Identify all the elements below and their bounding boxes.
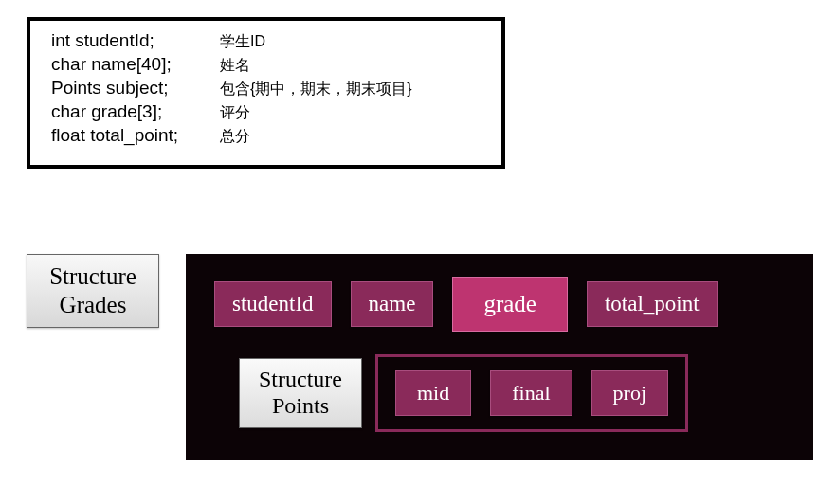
diagram-area: Structure Grades studentId name grade to… [27, 254, 813, 460]
code-row: char name[40]; 姓名 [51, 54, 481, 76]
label-line: Structure [244, 367, 357, 393]
decl-text: Points subject; [51, 78, 220, 99]
code-row: Points subject; 包含{期中，期末，期末项目} [51, 78, 481, 99]
decl-text: char name[40]; [51, 54, 220, 75]
note-text: 姓名 [220, 56, 250, 76]
note-text: 评分 [220, 103, 250, 123]
code-row: float total_point; 总分 [51, 125, 481, 147]
code-row: char grade[3]; 评分 [51, 101, 481, 123]
decl-text: int studentId; [51, 30, 220, 51]
code-row: int studentId; 学生ID [51, 30, 481, 52]
field-name: name [351, 281, 434, 327]
field-grade: grade [452, 277, 568, 332]
points-substructure: Structure Points mid final proj [239, 354, 688, 432]
label-line: Points [244, 393, 357, 420]
grades-fields-row: studentId name grade total_point [214, 277, 718, 332]
note-text: 总分 [220, 127, 250, 147]
decl-text: char grade[3]; [51, 101, 220, 122]
structure-points-label: Structure Points [239, 358, 362, 427]
label-line: Structure [33, 262, 153, 291]
structure-grades-label: Structure Grades [27, 254, 159, 328]
field-mid: mid [395, 370, 471, 416]
label-line: Grades [33, 291, 153, 319]
decl-text: float total_point; [51, 125, 220, 146]
note-text: 学生ID [220, 32, 265, 52]
points-fields-border: mid final proj [375, 354, 688, 432]
struct-definition-box: int studentId; 学生ID char name[40]; 姓名 Po… [27, 17, 505, 169]
field-proj: proj [591, 370, 668, 416]
grades-panel: studentId name grade total_point Structu… [186, 254, 813, 460]
field-studentid: studentId [214, 281, 332, 327]
field-totalpoint: total_point [587, 281, 718, 327]
note-text: 包含{期中，期末，期末项目} [220, 80, 412, 99]
field-final: final [490, 370, 572, 416]
